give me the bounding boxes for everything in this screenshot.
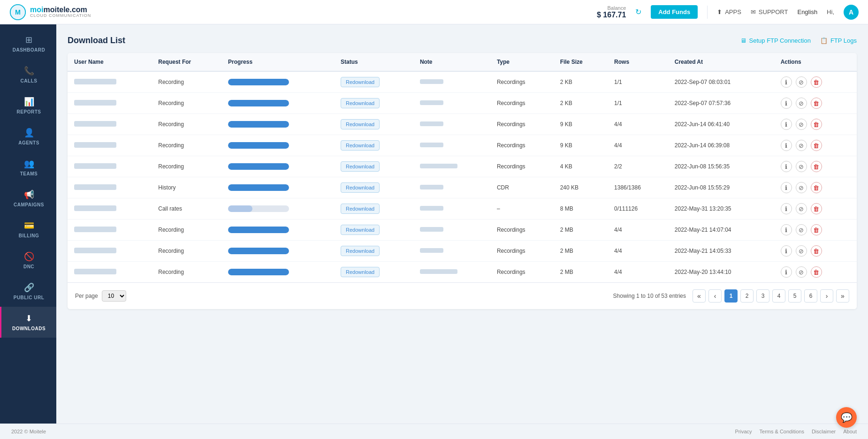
info-button[interactable]: ℹ (781, 98, 792, 109)
add-funds-button[interactable]: Add Funds (651, 5, 698, 19)
redownload-button[interactable]: Redownload (341, 225, 380, 235)
page-2-button[interactable]: 2 (740, 289, 754, 303)
cell-status[interactable]: Redownload (334, 156, 413, 177)
info-button[interactable]: ℹ (781, 119, 792, 130)
info-button[interactable]: ℹ (781, 224, 792, 235)
sidebar-item-calls[interactable]: 📞 CALLS (0, 59, 56, 90)
delete-button[interactable]: 🗑 (811, 76, 822, 88)
cell-note (413, 220, 490, 241)
progress-bar-wrap (228, 248, 289, 254)
redownload-button[interactable]: Redownload (341, 161, 380, 172)
redownload-button[interactable]: Redownload (341, 140, 380, 151)
delete-button[interactable]: 🗑 (811, 161, 822, 172)
info-button[interactable]: ℹ (781, 140, 792, 151)
cell-created-at: 2022-May-20 13:44:10 (668, 262, 774, 283)
page-4-button[interactable]: 4 (772, 289, 785, 303)
footer-disclaimer-link[interactable]: Disclaimer (812, 429, 836, 434)
support-nav-item[interactable]: ✉ SUPPORT (751, 8, 788, 15)
last-page-button[interactable]: » (836, 289, 849, 303)
sidebar-item-agents[interactable]: 👤 AGENTS (0, 121, 56, 152)
redownload-button[interactable]: Redownload (341, 204, 380, 214)
logo-text: moimoitele.com CLOUD COMMUNICATION (30, 6, 91, 18)
info-button[interactable]: ℹ (781, 266, 792, 278)
cell-rows: 4/4 (608, 220, 668, 241)
delete-button[interactable]: 🗑 (811, 119, 822, 130)
page-3-button[interactable]: 3 (756, 289, 769, 303)
sidebar-item-label: BILLING (19, 233, 39, 238)
sidebar-item-teams[interactable]: 👥 TEAMS (0, 152, 56, 183)
cancel-button[interactable]: ⊘ (796, 266, 807, 278)
cell-status[interactable]: Redownload (334, 93, 413, 114)
info-button[interactable]: ℹ (781, 203, 792, 214)
delete-button[interactable]: 🗑 (811, 266, 822, 278)
redownload-button[interactable]: Redownload (341, 98, 380, 108)
col-actions: Actions (774, 53, 857, 71)
support-label: SUPPORT (759, 8, 788, 15)
footer-privacy-link[interactable]: Privacy (735, 429, 752, 434)
redownload-button[interactable]: Redownload (341, 77, 380, 87)
first-page-button[interactable]: « (693, 289, 706, 303)
sidebar-item-billing[interactable]: 💳 BILLING (0, 214, 56, 245)
per-page-select[interactable]: 10 25 50 (102, 290, 126, 302)
footer-terms-link[interactable]: Terms & Conditions (760, 429, 804, 434)
apps-nav-item[interactable]: ⬆ APPS (717, 8, 741, 15)
redownload-button[interactable]: Redownload (341, 267, 380, 277)
cell-status[interactable]: Redownload (334, 198, 413, 220)
sidebar-item-campaigns[interactable]: 📢 CAMPAIGNS (0, 183, 56, 214)
cancel-button[interactable]: ⊘ (796, 76, 807, 88)
cell-rows: 1386/1386 (608, 177, 668, 198)
prev-page-button[interactable]: ‹ (708, 289, 722, 303)
cell-status[interactable]: Redownload (334, 114, 413, 135)
chat-bubble[interactable]: 💬 (836, 407, 857, 428)
sidebar-item-public-url[interactable]: 🔗 PUBLIC URL (0, 276, 56, 307)
delete-button[interactable]: 🗑 (811, 203, 822, 214)
ftp-logs-link[interactable]: 📋 FTP Logs (820, 37, 857, 44)
footer-about-link[interactable]: About (843, 429, 857, 434)
page-6-button[interactable]: 6 (804, 289, 817, 303)
cell-status[interactable]: Redownload (334, 262, 413, 283)
cancel-button[interactable]: ⊘ (796, 203, 807, 214)
info-button[interactable]: ℹ (781, 245, 792, 257)
cell-status[interactable]: Redownload (334, 135, 413, 156)
cancel-button[interactable]: ⊘ (796, 98, 807, 109)
page-5-button[interactable]: 5 (788, 289, 801, 303)
cancel-button[interactable]: ⊘ (796, 245, 807, 257)
sidebar-item-downloads[interactable]: ⬇ DOWNLOADS (0, 307, 56, 338)
next-page-button[interactable]: › (820, 289, 833, 303)
table-row: Recording Redownload Recordings 4 KB 2/2… (68, 156, 857, 177)
delete-button[interactable]: 🗑 (811, 98, 822, 109)
language-selector[interactable]: English (797, 8, 817, 15)
delete-button[interactable]: 🗑 (811, 224, 822, 235)
info-button[interactable]: ℹ (781, 182, 792, 193)
cancel-button[interactable]: ⊘ (796, 140, 807, 151)
redownload-button[interactable]: Redownload (341, 246, 380, 256)
delete-button[interactable]: 🗑 (811, 140, 822, 151)
footer-links: Privacy Terms & Conditions Disclaimer Ab… (735, 429, 857, 434)
cancel-button[interactable]: ⊘ (796, 119, 807, 130)
setup-ftp-link[interactable]: 🖥 Setup FTP Connection (740, 37, 811, 44)
sidebar-item-reports[interactable]: 📊 REPORTS (0, 90, 56, 121)
delete-button[interactable]: 🗑 (811, 182, 822, 193)
balance-amount: $ 167.71 (597, 11, 626, 19)
redownload-button[interactable]: Redownload (341, 119, 380, 129)
cell-file-size: 9 KB (554, 114, 608, 135)
sidebar-item-dnc[interactable]: 🚫 DNC (0, 245, 56, 276)
cell-status[interactable]: Redownload (334, 177, 413, 198)
cell-status[interactable]: Redownload (334, 71, 413, 93)
info-button[interactable]: ℹ (781, 76, 792, 88)
redownload-button[interactable]: Redownload (341, 182, 380, 193)
info-button[interactable]: ℹ (781, 161, 792, 172)
cell-status[interactable]: Redownload (334, 241, 413, 262)
refresh-button[interactable]: ↻ (635, 8, 641, 16)
cancel-button[interactable]: ⊘ (796, 182, 807, 193)
user-avatar[interactable]: A (844, 5, 859, 20)
billing-icon: 💳 (24, 220, 34, 231)
page-1-button[interactable]: 1 (724, 289, 738, 303)
cell-created-at: 2022-May-21 14:07:04 (668, 220, 774, 241)
cancel-button[interactable]: ⊘ (796, 224, 807, 235)
sidebar-item-dashboard[interactable]: ⊞ DASHBOARD (0, 28, 56, 59)
cell-actions: ℹ ⊘ 🗑 (774, 177, 857, 198)
cancel-button[interactable]: ⊘ (796, 161, 807, 172)
cell-status[interactable]: Redownload (334, 220, 413, 241)
delete-button[interactable]: 🗑 (811, 245, 822, 257)
